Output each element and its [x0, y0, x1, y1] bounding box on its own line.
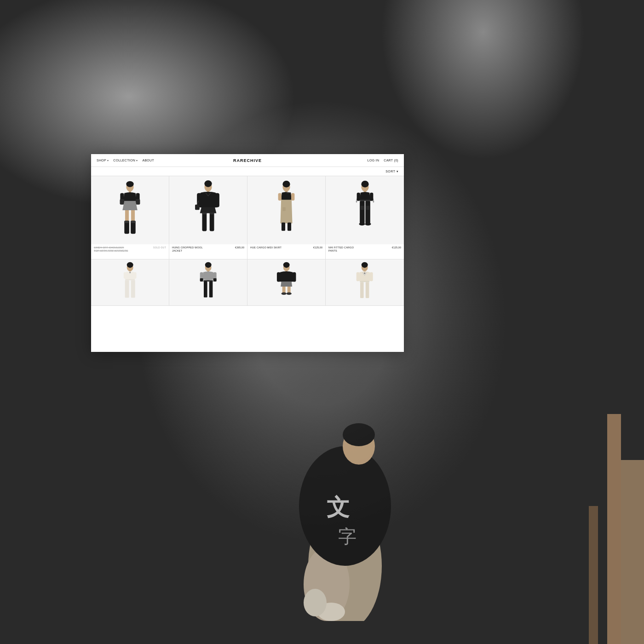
product-cell-4[interactable]: NHI FITTED CARGOPANTS €125,00 — [326, 176, 404, 259]
sold-out-badge-1: SOLD OUT — [153, 246, 166, 249]
product-cell-5[interactable] — [91, 259, 169, 306]
svg-point-61 — [127, 262, 133, 268]
collection-chevron-icon: ▾ — [136, 159, 138, 162]
product-name-4: NHI FITTED CARGOPANTS — [328, 246, 354, 253]
svg-rect-80 — [277, 272, 281, 282]
svg-rect-9 — [607, 414, 621, 644]
svg-rect-55 — [365, 201, 370, 224]
shop-chevron-icon: ▾ — [107, 159, 109, 162]
product-image-6 — [169, 259, 247, 305]
product-cell-3[interactable]: HUE CARGO MIDI SKIRT €125,00 — [247, 176, 326, 259]
svg-rect-17 — [120, 199, 125, 205]
svg-rect-90 — [370, 272, 373, 281]
cart-link[interactable]: CART (0) — [384, 159, 398, 162]
background-person: 文 字 — [253, 345, 483, 621]
svg-rect-83 — [288, 287, 291, 293]
svg-rect-29 — [214, 193, 219, 207]
product-name-1: CINDY OFF-SHOULDERTOP WITH ARM-WARMERS — [94, 246, 128, 253]
product-image-3 — [247, 176, 325, 244]
sort-button[interactable]: SORT ▾ — [385, 170, 398, 173]
nav-left: SHOP ▾ COLLECTION ▾ ABOUT — [97, 159, 154, 162]
product-cell-1[interactable]: CINDY OFF-SHOULDERTOP WITH ARM-WARMERS S… — [91, 176, 169, 259]
svg-rect-74 — [213, 278, 217, 282]
svg-text:字: 字 — [338, 526, 356, 547]
svg-rect-33 — [210, 213, 214, 231]
svg-rect-40 — [278, 193, 282, 201]
product-info-3: HUE CARGO MIDI SKIRT €125,00 — [247, 244, 325, 259]
svg-point-13 — [126, 181, 133, 187]
wood-structure — [552, 414, 644, 644]
sort-chevron-icon: ▾ — [397, 170, 399, 173]
product-image-4 — [326, 176, 404, 244]
svg-rect-11 — [589, 506, 598, 644]
svg-rect-76 — [209, 282, 213, 298]
sort-bar: SORT ▾ — [91, 167, 404, 176]
svg-rect-65 — [125, 280, 129, 298]
nav-collection[interactable]: COLLECTION ▾ — [113, 159, 138, 162]
svg-rect-57 — [366, 206, 369, 210]
svg-rect-81 — [293, 272, 296, 282]
product-image-7 — [247, 259, 325, 305]
nav-shop[interactable]: SHOP ▾ — [97, 159, 109, 162]
svg-point-87 — [362, 262, 368, 268]
svg-point-58 — [359, 223, 365, 226]
svg-point-46 — [361, 181, 368, 188]
product-price-4: €125,00 — [392, 246, 401, 249]
svg-rect-89 — [356, 272, 360, 281]
svg-rect-23 — [124, 221, 129, 223]
svg-point-4 — [343, 423, 375, 446]
svg-rect-64 — [134, 272, 137, 279]
nav-bar: SHOP ▾ COLLECTION ▾ ABOUT RARECHIVE LOG … — [91, 154, 404, 167]
svg-point-85 — [287, 292, 292, 295]
svg-rect-82 — [282, 287, 286, 293]
svg-rect-42 — [282, 207, 286, 211]
product-price-3: €125,00 — [313, 246, 322, 249]
svg-rect-20 — [131, 210, 135, 221]
product-image-2 — [169, 176, 247, 244]
product-image-1 — [91, 176, 169, 244]
svg-point-93 — [364, 272, 365, 274]
product-info-2: HUNG CROPPED WOOLJACKET €265,00 — [169, 244, 247, 259]
svg-point-59 — [365, 223, 371, 226]
svg-rect-91 — [360, 282, 364, 298]
svg-point-69 — [205, 262, 212, 268]
brand-logo[interactable]: RARECHIVE — [233, 158, 262, 163]
product-image-5 — [91, 259, 169, 305]
svg-point-37 — [282, 181, 290, 188]
svg-rect-18 — [136, 199, 140, 205]
svg-rect-73 — [200, 278, 203, 282]
product-price-2: €265,00 — [235, 246, 244, 249]
product-name-2: HUNG CROPPED WOOLJACKET — [172, 246, 203, 253]
product-name-3: HUE CARGO MIDI SKIRT — [250, 246, 282, 249]
svg-rect-24 — [131, 221, 136, 223]
svg-rect-63 — [124, 272, 126, 279]
product-image-8 — [326, 259, 404, 305]
svg-rect-66 — [131, 280, 135, 298]
svg-point-26 — [204, 180, 212, 187]
nav-about[interactable]: ABOUT — [142, 159, 154, 162]
svg-rect-19 — [125, 210, 129, 221]
svg-rect-75 — [204, 282, 207, 298]
product-cell-2[interactable]: HUNG CROPPED WOOLJACKET €265,00 — [169, 176, 247, 259]
shop-panel: SHOP ▾ COLLECTION ▾ ABOUT RARECHIVE LOG … — [91, 154, 404, 352]
product-cell-7[interactable] — [247, 259, 326, 306]
svg-rect-35 — [210, 213, 214, 214]
svg-rect-30 — [195, 205, 200, 210]
login-link[interactable]: LOG IN — [368, 159, 380, 162]
product-info-4: NHI FITTED CARGOPANTS €125,00 — [326, 244, 404, 259]
svg-point-78 — [283, 262, 290, 268]
svg-rect-52 — [356, 193, 360, 201]
product-grid: CINDY OFF-SHOULDERTOP WITH ARM-WARMERS S… — [91, 176, 404, 306]
svg-rect-41 — [291, 193, 294, 201]
svg-rect-56 — [360, 206, 363, 210]
product-cell-8[interactable] — [326, 259, 404, 306]
svg-rect-32 — [202, 213, 207, 231]
svg-rect-92 — [366, 282, 369, 298]
nav-right: LOG IN CART (0) — [368, 159, 398, 162]
svg-rect-44 — [288, 223, 291, 231]
svg-point-8 — [304, 589, 327, 616]
svg-rect-34 — [202, 213, 207, 214]
product-cell-6[interactable] — [169, 259, 247, 306]
svg-point-84 — [281, 292, 286, 295]
svg-rect-54 — [360, 201, 365, 224]
